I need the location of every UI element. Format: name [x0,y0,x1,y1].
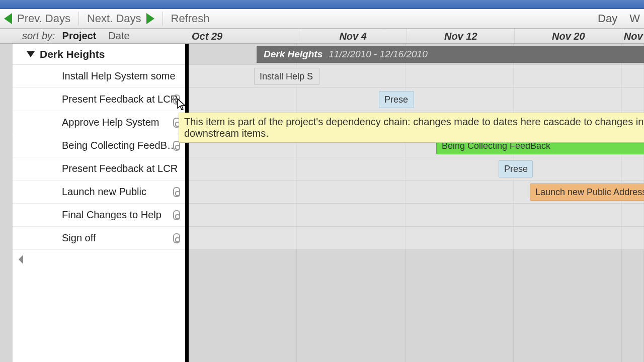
gantt-task-row: Install Help S [189,65,644,88]
task-row[interactable]: Present Feedback at LCR [13,88,185,111]
gantt-task-bar[interactable]: Prese [499,160,533,177]
task-label: Being Collecting FeedBack [62,140,181,151]
gantt-project-row: Derk Heights 11/2/2010 - 12/16/2010 [189,44,644,65]
task-row[interactable]: Present Feedback at LCR [13,157,185,180]
next-days-button[interactable]: Next. Days [87,12,154,25]
project-group-header[interactable]: Derk Heights [13,44,185,65]
sort-project-button[interactable]: Project [62,30,97,42]
gantt-task-bar-label: Prese [384,95,408,105]
gantt-task-bar[interactable]: Install Help S [254,68,319,85]
task-row[interactable]: Launch new Public [13,180,185,204]
task-label: Sign off [62,232,181,244]
task-label: Install Help System some [62,70,181,82]
gantt-task-row: Prese [189,88,644,111]
task-label: Present Feedback at LCR [62,163,181,174]
sort-date-button[interactable]: Date [108,30,129,42]
dependency-chain-icon[interactable] [173,210,180,220]
gantt-task-row [189,227,644,250]
view-day-button[interactable]: Day [598,12,617,25]
gantt-task-row: Launch new Public Address [189,180,644,204]
arrow-left-icon [4,13,12,24]
project-bar-name: Derk Heights [264,49,323,60]
project-group-name: Derk Heights [40,48,105,60]
sort-by-label: sort by: [22,30,55,42]
task-row[interactable]: Install Help System some [13,65,185,88]
tooltip-text: This item is part of the project's depen… [184,116,643,139]
dependency-tooltip: This item is part of the project's depen… [179,113,644,143]
dependency-chain-icon[interactable] [173,233,180,243]
next-days-label: Next. Days [87,12,141,25]
disclosure-triangle-icon [27,51,35,57]
prev-days-button[interactable]: Prev. Days [4,12,70,25]
timeline-date: Nov [622,29,644,43]
task-label: Launch new Public [62,186,181,198]
gantt-task-bar-label: Install Help S [260,71,313,82]
gantt-task-bar-label: Prese [504,164,528,174]
gantt-task-row: Prese [189,157,644,180]
task-row[interactable]: Final Changes to Help [13,204,185,227]
toolbar-separator [163,12,163,26]
content-area: Derk Heights Install Help System some Pr… [13,44,644,362]
dependency-chain-icon[interactable] [173,95,180,105]
timeline-date: Nov 4 [299,29,407,43]
toolbar: Prev. Days Next. Days Refresh Day W [0,9,644,29]
timeline-date: Nov 20 [514,29,622,43]
refresh-button[interactable]: Refresh [171,12,210,25]
timeline-date: Oct 29 [189,29,299,43]
gantt-task-bar[interactable]: Launch new Public Address [530,184,644,201]
timeline-date: Nov 12 [407,29,514,43]
window-titlebar [0,0,644,9]
task-label: Approve Help System [62,117,181,128]
timeline-header: Oct 29 Nov 4 Nov 12 Nov 20 Nov [189,29,644,43]
dependency-chain-icon[interactable] [173,187,180,197]
gantt-task-bar[interactable]: Prese [379,91,414,108]
project-bar-range: 11/2/2010 - 12/16/2010 [329,49,428,60]
prev-days-label: Prev. Days [17,12,70,25]
gantt-task-bar-label: Launch new Public Address [535,187,644,198]
arrow-right-icon [146,13,154,24]
sort-bar: sort by: Project Date Oct 29 Nov 4 Nov 1… [0,29,644,44]
splitter-handle-icon[interactable] [19,255,24,264]
task-label: Final Changes to Help [62,209,181,221]
task-sidebar: Derk Heights Install Help System some Pr… [13,44,189,362]
gantt-task-row [189,204,644,227]
toolbar-separator [78,12,79,26]
gantt-chart[interactable]: Derk Heights 11/2/2010 - 12/16/2010 Inst… [189,44,644,362]
task-row[interactable]: Approve Help System [13,111,185,134]
task-row[interactable]: Being Collecting FeedBack [13,134,185,157]
task-label: Present Feedback at LCR [62,94,181,105]
view-week-button-partial[interactable]: W [629,12,640,25]
project-summary-bar[interactable]: Derk Heights 11/2/2010 - 12/16/2010 [257,46,644,63]
task-row[interactable]: Sign off [13,227,185,250]
